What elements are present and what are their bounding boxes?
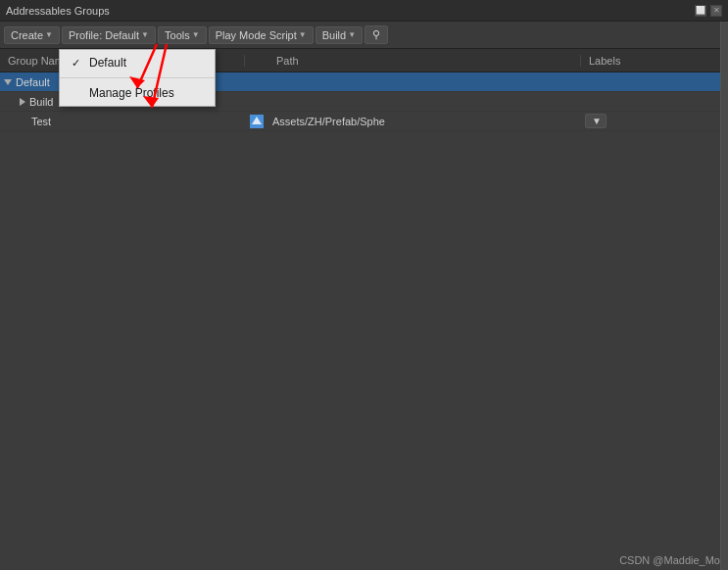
labels-chevron-icon: ▼ — [592, 116, 602, 126]
dropdown-item-manage-profiles[interactable]: Manage Profiles — [60, 80, 215, 106]
profile-dropdown: ✓ Default Manage Profiles — [59, 49, 216, 107]
svg-marker-0 — [252, 117, 262, 124]
window-title: Addressables Groups — [6, 5, 110, 17]
row-icon-cell — [245, 115, 268, 128]
row-name-cell: Test — [0, 116, 245, 127]
expand-icon[interactable] — [4, 79, 12, 85]
create-button[interactable]: Create ▼ — [4, 26, 60, 44]
watermark: CSDN @Maddie_Mo — [619, 554, 720, 566]
tools-button[interactable]: Tools ▼ — [158, 26, 207, 44]
restore-button[interactable]: ⬜ — [695, 5, 706, 17]
close-button[interactable]: ✕ — [710, 5, 722, 17]
dropdown-divider — [60, 77, 215, 78]
dropdown-item-default[interactable]: ✓ Default — [60, 50, 215, 75]
expand-icon[interactable] — [20, 98, 25, 106]
labels-dropdown[interactable]: ▼ — [585, 114, 607, 128]
playmode-chevron-icon: ▼ — [299, 30, 307, 39]
build-button[interactable]: Build ▼ — [315, 26, 363, 44]
row-labels-cell: ▼ — [581, 114, 728, 128]
search-button[interactable]: ⚲ — [364, 25, 388, 44]
column-header-labels: Labels — [581, 55, 728, 67]
right-edge-panel — [720, 22, 728, 570]
column-header-path: Path — [268, 55, 581, 67]
search-icon: ⚲ — [372, 28, 380, 41]
toolbar: Create ▼ Profile: Default ▼ Tools ▼ Play… — [0, 22, 728, 49]
play-mode-button[interactable]: Play Mode Script ▼ — [209, 26, 314, 44]
create-chevron-icon: ▼ — [45, 30, 53, 39]
profile-chevron-icon: ▼ — [141, 30, 149, 39]
row-path-cell: Assets/ZH/Prefab/Sphe — [268, 116, 581, 127]
window-controls[interactable]: ⬜ ✕ — [695, 5, 722, 17]
build-chevron-icon: ▼ — [348, 30, 356, 39]
table-row[interactable]: Test Assets/ZH/Prefab/Sphe ▼ — [0, 112, 728, 131]
profile-button[interactable]: Profile: Default ▼ — [62, 26, 156, 44]
checkmark-icon: ✓ — [72, 57, 83, 70]
tools-chevron-icon: ▼ — [192, 30, 200, 39]
unity-asset-icon — [250, 115, 264, 128]
title-bar: Addressables Groups ⬜ ✕ — [0, 0, 728, 22]
